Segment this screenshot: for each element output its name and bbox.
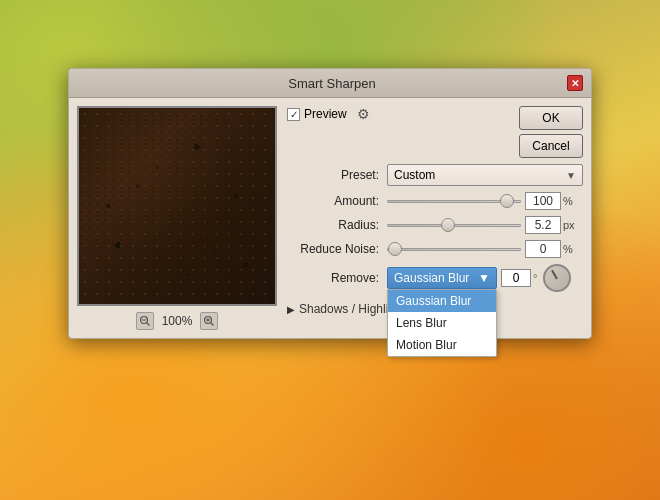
zoom-in-button[interactable] — [200, 312, 218, 330]
degree-unit: ° — [533, 272, 537, 284]
settings-gear-icon[interactable]: ⚙ — [357, 106, 370, 122]
radius-row: Radius: 5.2 px — [287, 216, 583, 234]
preview-and-gear: ✓ Preview ⚙ — [287, 106, 370, 122]
zoom-level: 100% — [162, 314, 193, 328]
remove-option-gaussian[interactable]: Gaussian Blur — [388, 290, 496, 312]
angle-value[interactable]: 0 — [501, 269, 531, 287]
amount-track — [387, 200, 521, 203]
preset-dropdown[interactable]: Custom ▼ — [387, 164, 583, 186]
angle-dial[interactable] — [543, 264, 571, 292]
preview-image[interactable] — [77, 106, 277, 306]
close-button[interactable]: ✕ — [567, 75, 583, 91]
cancel-button[interactable]: Cancel — [519, 134, 583, 158]
reduce-noise-value[interactable]: 0 — [525, 240, 561, 258]
reduce-noise-thumb[interactable] — [388, 242, 402, 256]
amount-row: Amount: 100 % — [287, 192, 583, 210]
preset-label: Preset: — [287, 168, 387, 182]
remove-label: Remove: — [287, 271, 387, 285]
amount-label: Amount: — [287, 194, 387, 208]
dialog-titlebar: Smart Sharpen ✕ — [69, 69, 591, 98]
radius-thumb[interactable] — [441, 218, 455, 232]
preview-checkbox-area[interactable]: ✓ Preview — [287, 107, 347, 121]
radius-label: Radius: — [287, 218, 387, 232]
remove-dropdown-container: Gaussian Blur ▼ Gaussian Blur Lens Blur … — [387, 267, 497, 289]
remove-row: Remove: Gaussian Blur ▼ Gaussian Blur Le… — [287, 264, 583, 292]
top-section: ✓ Preview ⚙ OK Cancel — [287, 106, 583, 158]
preset-row: Preset: Custom ▼ — [287, 164, 583, 186]
svg-line-4 — [211, 323, 214, 326]
reduce-noise-label: Reduce Noise: — [287, 242, 387, 256]
preview-panel: 100% — [77, 106, 277, 330]
action-buttons: OK Cancel — [519, 106, 583, 158]
reduce-noise-row: Reduce Noise: 0 % — [287, 240, 583, 258]
dialog-body: 100% ✓ — [69, 98, 591, 338]
preview-controls: 100% — [77, 312, 277, 330]
remove-dropdown-list: Gaussian Blur Lens Blur Motion Blur — [387, 289, 497, 357]
radius-unit: px — [563, 219, 583, 231]
expand-triangle-icon: ▶ — [287, 304, 295, 315]
remove-selected: Gaussian Blur — [394, 271, 469, 285]
amount-thumb[interactable] — [500, 194, 514, 208]
radius-track — [387, 224, 521, 227]
radius-value[interactable]: 5.2 — [525, 216, 561, 234]
amount-unit: % — [563, 195, 583, 207]
remove-option-motion[interactable]: Motion Blur — [388, 334, 496, 356]
amount-value[interactable]: 100 — [525, 192, 561, 210]
remove-dropdown[interactable]: Gaussian Blur ▼ — [387, 267, 497, 289]
preset-arrow-icon: ▼ — [566, 170, 576, 181]
preview-label: Preview — [304, 107, 347, 121]
preset-value: Custom — [394, 168, 435, 182]
dialog-title: Smart Sharpen — [97, 76, 567, 91]
reduce-noise-unit: % — [563, 243, 583, 255]
svg-line-1 — [146, 323, 149, 326]
preview-checkbox[interactable]: ✓ — [287, 108, 300, 121]
reduce-noise-slider[interactable] — [387, 241, 521, 257]
remove-arrow-icon: ▼ — [478, 271, 490, 285]
controls-panel: ✓ Preview ⚙ OK Cancel Preset: Custom ▼ — [287, 106, 583, 330]
radius-slider[interactable] — [387, 217, 521, 233]
remove-option-lens[interactable]: Lens Blur — [388, 312, 496, 334]
smart-sharpen-dialog: Smart Sharpen ✕ 100% — [68, 68, 592, 339]
amount-slider[interactable] — [387, 193, 521, 209]
ok-button[interactable]: OK — [519, 106, 583, 130]
reduce-noise-track — [387, 248, 521, 251]
zoom-out-button[interactable] — [136, 312, 154, 330]
